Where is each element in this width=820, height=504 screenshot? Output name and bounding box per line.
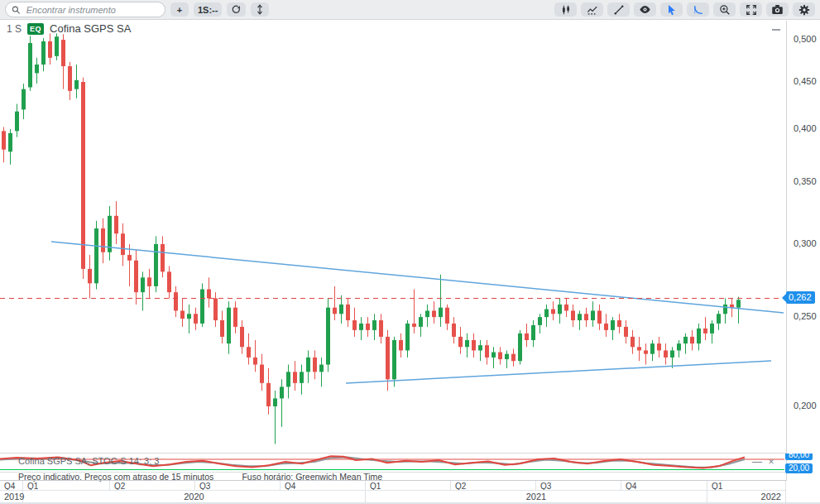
chart-type-button[interactable]	[554, 2, 577, 17]
candle	[61, 34, 65, 89]
candle	[346, 298, 350, 326]
candle	[525, 324, 529, 347]
price-axis-label: 0,350	[794, 176, 817, 186]
search-input[interactable]	[25, 4, 159, 16]
candle	[611, 317, 615, 340]
trendline-tool-button[interactable]	[607, 2, 630, 17]
search-icon	[12, 5, 21, 15]
candle	[280, 379, 284, 427]
price-axis-label: 0,200	[794, 401, 817, 410]
candle	[485, 340, 489, 365]
candle	[147, 269, 151, 299]
trendline-drawing[interactable]	[51, 242, 784, 313]
candle	[22, 84, 26, 119]
candle	[220, 310, 224, 343]
legend-symbol: Cofina SGPS SA	[50, 22, 131, 35]
fullscreen-icon	[746, 4, 757, 16]
camera-icon	[771, 4, 784, 15]
candle	[260, 354, 264, 391]
year-label: 2021	[366, 491, 707, 502]
candle	[419, 314, 423, 337]
candle	[492, 347, 496, 368]
trendline-drawing[interactable]	[346, 361, 771, 383]
cursor-tool-button[interactable]	[660, 2, 683, 17]
candle	[445, 305, 449, 330]
candle	[432, 301, 436, 324]
candle	[511, 348, 515, 366]
candle	[187, 305, 191, 334]
indicators-button[interactable]	[581, 2, 603, 17]
candle	[650, 340, 655, 361]
add-instrument-button[interactable]: +	[170, 2, 189, 17]
candle	[677, 340, 681, 358]
candle	[88, 255, 92, 298]
candle	[101, 218, 105, 263]
candle	[306, 350, 310, 382]
candle	[478, 340, 482, 361]
candle	[48, 33, 52, 65]
candle	[240, 320, 244, 354]
candle	[121, 223, 125, 266]
candlestick-chart[interactable]	[0, 21, 786, 453]
vertical-scale-button[interactable]	[251, 2, 269, 17]
candle	[399, 334, 403, 358]
candle	[293, 361, 297, 391]
candle	[180, 298, 185, 326]
candle	[313, 350, 317, 379]
refresh-button[interactable]	[227, 2, 246, 17]
candle	[194, 308, 198, 330]
candle	[505, 350, 509, 367]
zoom-in-button[interactable]	[713, 2, 736, 17]
curve-tool-button[interactable]	[687, 2, 709, 17]
visibility-button[interactable]	[634, 2, 656, 17]
indicators-icon	[587, 4, 598, 16]
candle	[578, 310, 582, 329]
candle	[518, 330, 522, 365]
time-axis-years[interactable]: 2019202020212022	[0, 490, 786, 503]
candle	[597, 305, 602, 330]
price-axis-label: 0,250	[794, 311, 817, 321]
interval-button[interactable]: 1S:--	[194, 2, 222, 17]
candle	[631, 330, 635, 354]
price-axis-top-dash	[772, 29, 780, 31]
stoch-lower-level-badge: 20,00	[785, 463, 813, 473]
candle	[584, 308, 588, 327]
chart-legend: 1 S EQ Cofina SGPS SA	[7, 22, 131, 35]
price-axis-label: 0,450	[794, 76, 817, 86]
candle	[392, 337, 396, 387]
candle	[8, 129, 12, 165]
candle	[15, 103, 19, 137]
candle	[227, 301, 231, 353]
candle	[617, 314, 621, 334]
candle	[591, 301, 595, 327]
candle	[127, 244, 132, 286]
price-axis[interactable]: 0,5000,4500,4000,3500,3000,2500,200	[786, 21, 820, 481]
candle	[604, 314, 608, 337]
year-label: 2019	[0, 491, 23, 502]
candle	[161, 236, 165, 277]
indicator-minimize-button[interactable]: —	[751, 456, 763, 468]
candle	[273, 391, 277, 444]
indicator-close-button[interactable]: ×	[765, 456, 777, 468]
candle	[710, 320, 714, 343]
candlestick-chart-icon	[560, 4, 572, 16]
candle	[68, 62, 72, 100]
candle	[564, 298, 568, 317]
candle	[366, 317, 370, 337]
candle	[154, 236, 158, 292]
stoch-upper-badge-clip: 80,00	[785, 454, 813, 460]
candle	[326, 298, 330, 372]
legend-interval: 1 S	[7, 23, 22, 35]
instrument-search[interactable]	[5, 2, 165, 17]
fullscreen-button[interactable]	[740, 2, 762, 17]
settings-button[interactable]	[793, 2, 815, 17]
candle	[531, 320, 535, 347]
snapshot-button[interactable]	[766, 2, 789, 17]
candle	[28, 36, 32, 91]
candle	[379, 314, 383, 343]
candle	[472, 334, 476, 358]
candle	[352, 308, 357, 337]
stoch-upper-level-badge: 80,00	[785, 454, 813, 460]
curve-tool-icon	[693, 4, 704, 16]
candle	[55, 33, 59, 60]
